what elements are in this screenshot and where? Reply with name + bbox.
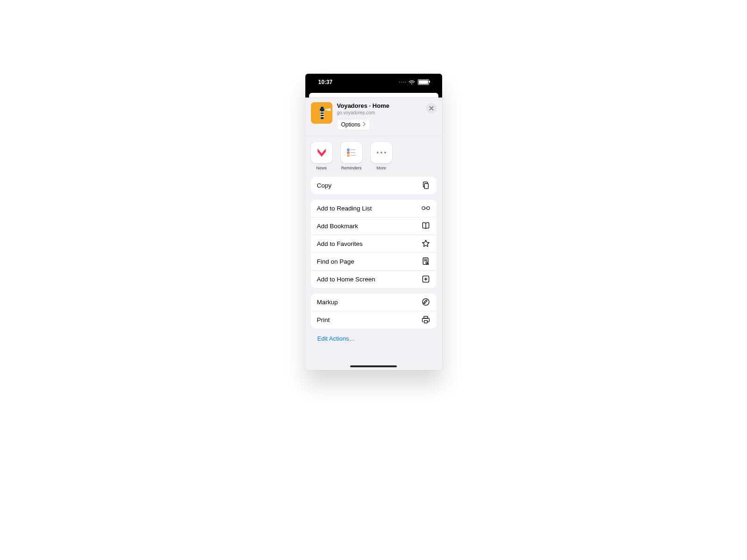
share-target-label: Reminders xyxy=(341,166,362,170)
share-target-more[interactable]: More xyxy=(371,142,392,170)
svg-point-7 xyxy=(348,149,349,150)
action-label: Markup xyxy=(317,299,338,306)
action-find[interactable]: Find on Page xyxy=(311,252,437,270)
chevron-right-icon xyxy=(362,121,366,128)
action-homescreen[interactable]: Add to Home Screen xyxy=(311,270,437,288)
site-favicon xyxy=(311,102,332,124)
svg-rect-4 xyxy=(320,114,324,115)
share-header: Voyadores · Home go.voyadores.com Option… xyxy=(305,98,442,136)
action-label: Add to Favorites xyxy=(317,240,363,247)
action-group: MarkupPrint xyxy=(311,294,437,329)
share-options-label: Options xyxy=(341,121,360,128)
action-label: Copy xyxy=(317,182,332,189)
action-label: Find on Page xyxy=(317,258,354,265)
svg-rect-23 xyxy=(424,321,427,323)
action-bookmark[interactable]: Add Bookmark xyxy=(311,217,437,235)
action-markup[interactable]: Markup xyxy=(311,294,437,311)
share-target-label: News xyxy=(316,166,327,170)
star-icon xyxy=(421,239,430,248)
status-bar: 10:37 xyxy=(305,74,442,91)
more-icon xyxy=(371,142,392,163)
edit-actions-link[interactable]: Edit Actions… xyxy=(305,334,442,342)
svg-point-17 xyxy=(426,207,429,210)
action-reading-list[interactable]: Add to Reading List xyxy=(311,200,437,217)
svg-rect-15 xyxy=(424,183,428,189)
share-target-reminders[interactable]: Reminders xyxy=(341,142,362,170)
glasses-icon xyxy=(421,203,430,213)
svg-point-16 xyxy=(422,207,424,210)
action-group: Add to Reading ListAdd BookmarkAdd to Fa… xyxy=(311,200,437,288)
home-indicator xyxy=(350,365,397,367)
action-label: Print xyxy=(317,316,330,323)
markup-icon xyxy=(421,297,430,307)
book-icon xyxy=(421,221,430,231)
action-group: Copy xyxy=(311,177,437,194)
svg-rect-13 xyxy=(350,152,355,153)
action-favorites[interactable]: Add to Favorites xyxy=(311,235,437,252)
svg-point-11 xyxy=(348,155,349,156)
svg-rect-5 xyxy=(320,116,324,117)
share-target-label: More xyxy=(376,166,386,170)
reminders-app-icon xyxy=(341,142,362,163)
action-label: Add Bookmark xyxy=(317,223,359,230)
action-label: Add to Home Screen xyxy=(317,276,375,283)
share-options-button[interactable]: Options xyxy=(337,119,370,130)
action-print[interactable]: Print xyxy=(311,311,437,329)
svg-rect-3 xyxy=(320,112,324,112)
svg-point-9 xyxy=(348,152,349,153)
close-icon xyxy=(429,104,434,112)
action-label: Add to Reading List xyxy=(317,205,372,212)
svg-rect-1 xyxy=(321,107,324,119)
print-icon xyxy=(421,315,430,324)
battery-icon xyxy=(418,79,429,85)
share-apps-row: News Reminders xyxy=(305,136,442,175)
share-page-url: go.voyadores.com xyxy=(337,110,423,115)
wifi-icon xyxy=(409,80,415,84)
share-target-news[interactable]: News xyxy=(311,142,332,170)
action-copy[interactable]: Copy xyxy=(311,177,437,194)
status-time: 10:37 xyxy=(318,79,333,85)
copy-icon xyxy=(421,181,430,190)
svg-rect-12 xyxy=(350,149,355,150)
close-button[interactable] xyxy=(426,103,437,113)
find-icon xyxy=(421,257,430,266)
share-page-title: Voyadores · Home xyxy=(337,102,423,110)
phone-frame: 10:37 xyxy=(305,74,442,370)
news-app-icon xyxy=(311,142,332,163)
plus-square-icon xyxy=(421,274,430,284)
cell-strength-icon xyxy=(399,82,406,83)
status-right xyxy=(399,79,429,85)
svg-rect-14 xyxy=(350,155,355,156)
share-sheet: Voyadores · Home go.voyadores.com Option… xyxy=(305,98,442,370)
